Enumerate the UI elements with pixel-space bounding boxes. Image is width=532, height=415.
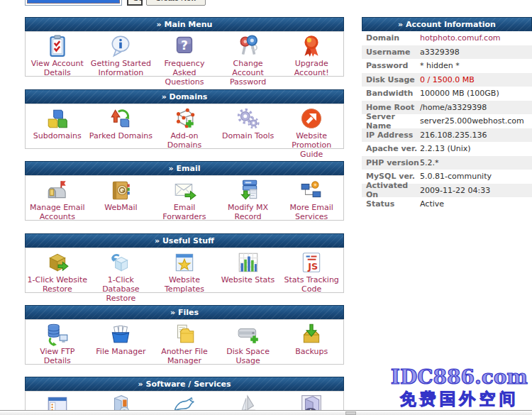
- account-field-value: server25.000webhost.com: [420, 116, 524, 126]
- menu-item-label: 1-Click Website Restore: [26, 275, 89, 294]
- window-star-icon: [172, 250, 196, 275]
- bar-chart-icon: [236, 250, 260, 275]
- account-field-label: MySQL ver.: [362, 172, 420, 181]
- menu-item-label: Another File Manager: [153, 347, 216, 365]
- account-info-row: Server Nameserver25.000webhost.com: [362, 114, 532, 128]
- account-field-value: * hidden *: [420, 61, 460, 70]
- menu-item-label: Manage Email Accounts: [26, 203, 89, 221]
- menu-item-label: Domain Tools: [222, 131, 274, 140]
- menu-item[interactable]: Backups: [279, 320, 343, 364]
- menu-item-label: Change Account Password: [216, 59, 280, 87]
- section-email: » Email Manage Email AccountsWebMailEmai…: [25, 161, 344, 221]
- address-book-icon: [109, 178, 133, 202]
- account-info-row: Password* hidden *: [362, 59, 532, 73]
- menu-item[interactable]: More Email Services: [279, 176, 343, 220]
- account-field-label: Home Root: [362, 103, 420, 112]
- account-info-row: StatusActive: [362, 197, 532, 211]
- network-plus-icon: [172, 106, 196, 131]
- menu-item-label: More Email Services: [279, 203, 343, 221]
- menu-item[interactable]: Manage Email Accounts: [26, 176, 89, 220]
- section-useful-stuff: » Useful Stuff 1-Click Website Restore1-…: [25, 233, 344, 293]
- menu-item-label: Getting Started Information: [89, 59, 153, 77]
- menu-item[interactable]: WebMail: [89, 176, 153, 220]
- section-items: Manage Email AccountsWebMailEmail Forwar…: [25, 175, 344, 221]
- account-info-row: Apache ver.2.2.13 (Unix): [362, 142, 532, 156]
- account-info-row: Domainhotphoto.comuf.com: [362, 31, 532, 45]
- menu-item[interactable]: Upgrade Account!: [279, 32, 343, 76]
- menu-item[interactable]: ?Frequency Asked Questions: [153, 32, 216, 76]
- menu-item-label: Website Templates: [153, 275, 216, 294]
- section-items: View FTP DetailsFile ManagerAnother File…: [25, 319, 344, 365]
- menu-item-label: View FTP Details: [26, 347, 89, 365]
- horizontal-scrollbar[interactable]: [0, 410, 532, 415]
- menu-item-label: Disk Space Usage: [216, 347, 280, 365]
- go-button[interactable]: Go: [127, 0, 143, 6]
- menu-item[interactable]: Parked Domains: [89, 104, 153, 148]
- menu-item[interactable]: Disk Space Usage: [216, 320, 280, 364]
- selected-option-highlight: [27, 0, 120, 4]
- menu-item[interactable]: Domain Tools: [216, 104, 280, 148]
- menu-item-label: Upgrade Account!: [279, 59, 343, 77]
- account-field-value: Active: [420, 199, 444, 209]
- account-info-row: PHP version5.2.*: [362, 156, 532, 170]
- menu-item[interactable]: Modify MX Record: [216, 176, 280, 220]
- cubes-icon: [45, 106, 70, 131]
- menu-item[interactable]: 1-Click Database Restore: [89, 248, 153, 292]
- section-files: » Files View FTP DetailsFile ManagerAnot…: [25, 305, 344, 365]
- gears-icon: [236, 106, 260, 131]
- menu-item-label: WebMail: [104, 203, 137, 212]
- menu-item[interactable]: Website Promotion Guide: [279, 104, 343, 148]
- section-items: 1-Click Website Restore1-Click Database …: [25, 248, 344, 293]
- flowchart-icon: [299, 178, 323, 202]
- account-field-label: Activated On: [362, 181, 420, 199]
- menu-item[interactable]: View Account Details: [26, 32, 89, 76]
- shortcut-select[interactable]: [25, 0, 122, 6]
- menu-item[interactable]: JSStats Tracking Code: [279, 248, 343, 292]
- section-items: SubdomainsParked DomainsAdd-on DomainsDo…: [25, 104, 344, 149]
- disk-plus-icon: [236, 322, 260, 346]
- watermark-site-text: IDC886.com: [391, 367, 528, 388]
- section-header: » Main Menu: [25, 17, 344, 31]
- account-field-label: Domain: [362, 33, 420, 43]
- js-code-icon: JS: [299, 250, 323, 275]
- account-field-value: 2009-11-22 04:33: [420, 186, 490, 195]
- watermark: IDC886.com 免费国外空间: [391, 367, 528, 409]
- menu-item[interactable]: 1-Click Website Restore: [26, 248, 89, 292]
- menu-item[interactable]: Website Stats: [216, 248, 280, 292]
- account-info-row: Activated On2009-11-22 04:33: [362, 184, 532, 198]
- account-info-header: » Account Information: [362, 17, 532, 31]
- section-header: » Domains: [25, 89, 344, 104]
- menu-item[interactable]: Subdomains: [26, 104, 89, 148]
- menu-item-label: Modify MX Record: [216, 203, 280, 221]
- menu-item-label: View Account Details: [26, 59, 89, 77]
- question-mark-icon: ?: [172, 34, 196, 58]
- menu-item[interactable]: Another File Manager: [153, 320, 216, 364]
- account-field-label: PHP version: [362, 158, 420, 167]
- menu-item[interactable]: Change Account Password: [216, 32, 280, 76]
- menu-item[interactable]: Email Forwarders: [153, 176, 216, 220]
- menu-item-label: File Manager: [96, 347, 145, 356]
- cube-restore-icon: [109, 250, 133, 275]
- scrollbar-thumb[interactable]: [345, 411, 356, 415]
- menu-item[interactable]: Getting Started Information: [89, 32, 153, 76]
- menu-item[interactable]: View FTP Details: [26, 320, 89, 364]
- account-field-value: a3329398: [420, 48, 460, 57]
- create-new-button[interactable]: Create New: [146, 0, 206, 6]
- account-field-label: Username: [362, 48, 420, 57]
- section-header: » Email: [25, 161, 344, 175]
- menu-item[interactable]: Add-on Domains: [153, 104, 216, 148]
- info-balloon-icon: [109, 34, 133, 58]
- section-header: » Software / Services: [25, 377, 344, 391]
- account-field-label: Password: [362, 61, 420, 70]
- file-drawer-icon: [109, 322, 133, 346]
- account-field-value: 216.108.235.136: [420, 131, 487, 140]
- menu-item-label: Stats Tracking Code: [279, 275, 343, 294]
- menu-item-label: Frequency Asked Questions: [153, 59, 216, 87]
- menu-item-label: Backups: [295, 347, 328, 356]
- account-field-value[interactable]: hotphoto.comuf.com: [420, 33, 501, 43]
- account-field-value: 5.0.81-community: [420, 172, 492, 181]
- menu-item[interactable]: Website Templates: [153, 248, 216, 292]
- account-info-row: Bandwidth100000 MB (100GB): [362, 87, 532, 101]
- account-info-row: Usernamea3329398: [362, 45, 532, 60]
- menu-item[interactable]: File Manager: [89, 320, 153, 364]
